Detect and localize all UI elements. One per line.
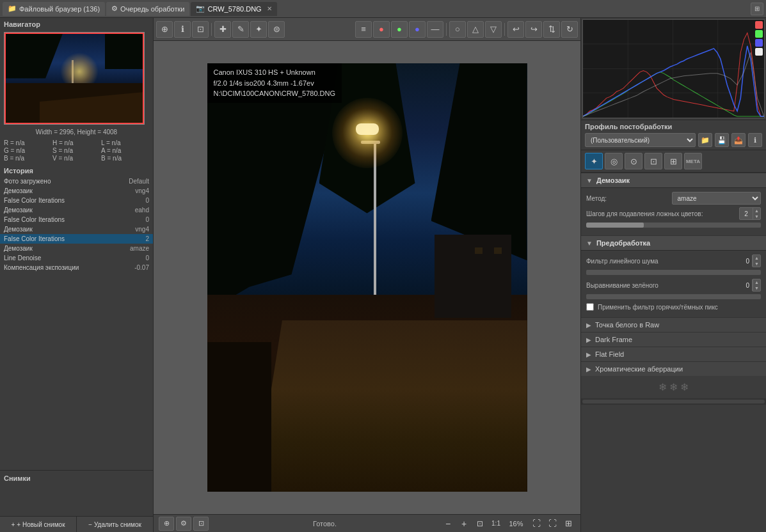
circle-green-button[interactable]: ●	[391, 21, 408, 38]
blue-channel-button[interactable]	[755, 39, 763, 47]
tab-image-view[interactable]: 📷 CRW_5780.DNG ✕	[191, 2, 276, 16]
circle-red-button[interactable]: ●	[373, 21, 390, 38]
line-denoise-spinner[interactable]: ▲ ▼	[752, 254, 761, 267]
green-eq-up[interactable]: ▲	[753, 279, 760, 285]
circle-outline-button[interactable]: ○	[449, 21, 466, 38]
tab-transform[interactable]: ⊞	[664, 153, 682, 169]
clone-button[interactable]: ⊜	[268, 21, 285, 38]
tab-color[interactable]: ⊙	[625, 153, 642, 169]
undo-button[interactable]: ↩	[507, 21, 524, 38]
bottom-scrollbar[interactable]	[581, 398, 766, 405]
flat-field-section[interactable]: ▶ Flat Field	[581, 347, 766, 361]
demosaic-section-header[interactable]: ▼ Демозаик	[581, 173, 766, 188]
all-channel-button[interactable]	[755, 48, 763, 56]
history-item[interactable]: Компенсация экспозиции -0.07	[0, 263, 153, 272]
add-snapshot-button[interactable]: + + Новый снимок	[0, 517, 77, 532]
building-window	[494, 247, 502, 254]
method-select[interactable]: amaze vng4 eahd	[672, 192, 762, 205]
chromatic-section[interactable]: ▶ Хроматические аберрации	[581, 361, 766, 376]
status-icon-2[interactable]: ⚙	[176, 517, 191, 531]
history-item[interactable]: Line Denoise 0	[0, 253, 153, 263]
history-item[interactable]: Демозаик eahd	[0, 205, 153, 215]
copy-button[interactable]: ⊡	[192, 21, 209, 38]
window-controls-button[interactable]: ⊞	[751, 3, 763, 15]
hotpixel-checkbox[interactable]	[586, 303, 594, 311]
line-denoise-down[interactable]: ▼	[753, 261, 760, 267]
demosaic-arrow-icon: ▼	[586, 177, 593, 184]
b2-channel-label: B = n/a	[101, 155, 149, 162]
false-color-slider[interactable]	[586, 223, 761, 228]
false-color-spinner[interactable]: 2 ▲ ▼	[739, 207, 761, 220]
profile-export-button[interactable]: 📤	[731, 133, 746, 147]
photo-info-overlay: Canon IXUS 310 HS + Unknown f/2.0 1/4s i…	[207, 63, 342, 103]
green-eq-slider[interactable]	[586, 294, 761, 299]
flat-field-title: Flat Field	[595, 350, 624, 358]
wand-button[interactable]: ✦	[250, 21, 267, 38]
white-point-section[interactable]: ▶ Точка белого в Raw	[581, 317, 766, 332]
zoom-expand-button[interactable]: ⛶	[529, 517, 543, 531]
edit-button[interactable]: ✎	[232, 21, 249, 38]
status-icon-1[interactable]: ⊕	[159, 517, 174, 531]
triangle-down-button[interactable]: ▽	[485, 21, 502, 38]
history-item[interactable]: Демозаик vng4	[0, 224, 153, 234]
photo-main: Canon IXUS 310 HS + Unknown f/2.0 1/4s i…	[207, 63, 527, 492]
lines-button[interactable]: ≡	[355, 21, 372, 38]
red-channel-button[interactable]	[755, 21, 763, 29]
green-eq-row: Выравнивание зелёного 0 ▲ ▼	[586, 279, 761, 292]
green-channel-button[interactable]	[755, 30, 763, 38]
histogram-area	[582, 19, 765, 118]
status-icon-3[interactable]: ⊡	[193, 517, 209, 531]
false-color-down[interactable]: ▼	[753, 214, 760, 219]
delete-snapshot-button[interactable]: − Удалить снимок	[77, 517, 153, 532]
zoom-export-button[interactable]: ⊞	[561, 517, 575, 531]
line-denoise-up[interactable]: ▲	[753, 255, 760, 261]
line-denoise-row: Фильтр линейного шума 0 ▲ ▼	[586, 254, 761, 267]
green-eq-down[interactable]: ▼	[753, 285, 760, 291]
preprocess-section-header[interactable]: ▼ Предобработка	[581, 235, 766, 251]
method-row: Метод: amaze vng4 eahd	[586, 192, 761, 205]
history-item[interactable]: False Color Iterations 0	[0, 196, 153, 205]
tab-detail[interactable]: ⊡	[644, 153, 662, 169]
false-color-up[interactable]: ▲	[753, 208, 760, 214]
triangle-up-button[interactable]: △	[467, 21, 484, 38]
profile-select[interactable]: (Пользовательский)	[585, 133, 696, 147]
zoom-fullscreen-button[interactable]: ⛶	[545, 517, 559, 531]
profile-info-button[interactable]: ℹ	[748, 133, 762, 147]
green-eq-spinner[interactable]: ▲ ▼	[752, 279, 761, 292]
zoom-in-button[interactable]: +	[457, 517, 471, 531]
lamp-bright	[356, 123, 379, 135]
zoom-fit-button[interactable]: ⊡	[473, 517, 487, 531]
history-item[interactable]: Фото загружено Default	[0, 176, 153, 186]
tab-meta[interactable]: META	[684, 153, 702, 169]
flip-button[interactable]: ⇅	[543, 21, 560, 38]
plus-icon: +	[11, 521, 15, 528]
zoom-out-button[interactable]: −	[441, 517, 455, 531]
redo-button[interactable]: ↪	[525, 21, 542, 38]
tab-exposure[interactable]: ◎	[605, 153, 623, 169]
profile-load-button[interactable]: 📁	[698, 133, 712, 147]
tab-process-queue[interactable]: ⚙ Очередь обработки	[106, 2, 189, 16]
green-eq-arrows: ▲ ▼	[753, 279, 760, 291]
tab-file-browser[interactable]: 📁 Файловый браузер (136)	[3, 2, 105, 16]
road	[255, 320, 527, 492]
tab-file-browser-label: Файловый браузер (136)	[19, 5, 100, 13]
history-item-active[interactable]: False Color Iterations 2	[0, 234, 153, 244]
zoom-controls: − + ⊡ 1:1 16% ⛶ ⛶ ⊞	[441, 517, 575, 531]
dark-frame-section[interactable]: ▶ Dark Frame	[581, 332, 766, 347]
close-icon[interactable]: ✕	[267, 5, 272, 12]
zoom-in-button[interactable]: ⊕	[156, 21, 173, 38]
tab-image-view-label: CRW_5780.DNG	[207, 5, 261, 13]
tab-raw[interactable]: ✦	[585, 153, 603, 169]
history-item[interactable]: Демозаик vng4	[0, 186, 153, 196]
info-button[interactable]: ℹ	[174, 21, 191, 38]
green-eq-value: 0	[730, 282, 749, 289]
line-denoise-slider[interactable]	[586, 270, 761, 275]
zoom-100-button[interactable]: 1:1	[489, 517, 503, 531]
add-button[interactable]: ✚	[214, 21, 231, 38]
profile-save-button[interactable]: 💾	[715, 133, 729, 147]
circle-blue-button[interactable]: ●	[409, 21, 426, 38]
history-item[interactable]: False Color Iterations 0	[0, 215, 153, 224]
history-item[interactable]: Демозаик amaze	[0, 244, 153, 253]
lines2-button[interactable]: ―	[427, 21, 443, 38]
rotate-button[interactable]: ↻	[561, 21, 578, 38]
